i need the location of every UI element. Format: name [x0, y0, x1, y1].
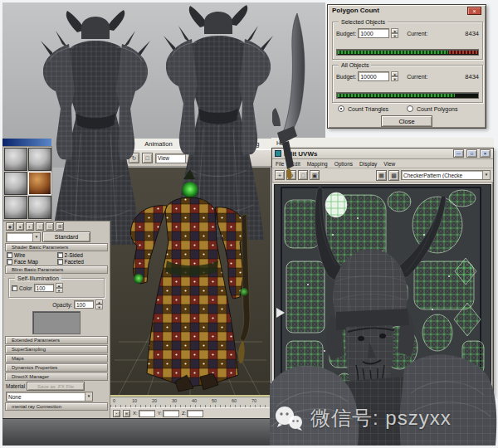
all-objects-group: All Objects Budget: ▲▼ Current: 8434	[332, 65, 483, 103]
watermark: 微信号: pszyxx	[274, 405, 452, 431]
save-fx-button[interactable]: Save as .FX File	[27, 382, 85, 391]
material-slot[interactable]	[4, 148, 27, 171]
show-map-icon[interactable]: ◐	[26, 222, 34, 231]
rollout-mental-ray-connection[interactable]: mental ray Connection	[5, 402, 108, 411]
material-save-row: Material Save as .FX File	[6, 382, 107, 391]
material-toolbar: ◉ ● ◐ ○ □ ⊞	[6, 222, 107, 231]
material-slot[interactable]	[28, 196, 51, 219]
dialog-close-button[interactable]: Close	[381, 115, 432, 127]
y-input[interactable]	[163, 410, 179, 417]
rollout-supersampling[interactable]: SuperSampling	[5, 345, 108, 353]
all-budget-bar	[336, 92, 479, 99]
x-input[interactable]	[139, 410, 155, 417]
y-coordinate-field[interactable]: Y:	[158, 410, 179, 417]
all-current-value: 8434	[465, 73, 479, 80]
face-map-checkbox-row[interactable]: Face Map	[7, 259, 56, 265]
texture-preview-swatch[interactable]	[32, 311, 81, 334]
opacity-label: Opacity:	[52, 302, 72, 308]
material-name-dropdown[interactable]: ▼	[6, 232, 41, 242]
all-objects-label: All Objects	[339, 61, 371, 69]
minimize-button[interactable]: —	[453, 149, 464, 158]
material-slot-selected[interactable]	[28, 172, 51, 195]
polygon-count-title: Polygon Count	[332, 7, 467, 14]
watermark-text: 微信号: pszyxx	[310, 405, 452, 431]
go-parent-icon[interactable]: □	[46, 222, 54, 231]
chevron-down-icon[interactable]: ▼	[85, 392, 92, 401]
opacity-row: Opacity: ▲▼	[6, 299, 103, 309]
screenshot-root: Material Editor Character reactor Animat…	[0, 0, 498, 448]
selected-budget-bar	[336, 49, 479, 56]
rollout-blinn-basic-parameters[interactable]: Blinn Basic Parameters	[5, 265, 108, 274]
two-sided-checkbox-row[interactable]: 2-Sided	[57, 252, 107, 258]
selected-budget-input[interactable]	[358, 28, 389, 38]
count-mode-row: Count Triangles Count Polygons	[338, 105, 479, 112]
shader-flags: Wire 2-Sided Face Map Faceted	[7, 252, 106, 265]
current-label: Current:	[407, 74, 427, 80]
rollout-extended-parameters[interactable]: Extended Parameters	[5, 336, 108, 344]
count-triangles-radio[interactable]	[338, 105, 344, 112]
count-polygons-label: Count Polygons	[417, 106, 457, 112]
wire-checkbox-row[interactable]: Wire	[7, 252, 56, 258]
material-label: Material	[6, 383, 25, 389]
budget-label: Budget:	[336, 31, 356, 37]
coordinate-status-bar: ▪ ⊞ X: Y: Z:	[110, 407, 271, 418]
close-button[interactable]: ×	[480, 149, 491, 158]
x-coordinate-field[interactable]: X:	[133, 410, 155, 417]
show-end-result-icon[interactable]: ○	[36, 222, 44, 231]
rollout-maps[interactable]: Maps	[5, 354, 108, 363]
material-sample-slots	[2, 146, 52, 221]
wechat-icon	[274, 405, 304, 431]
material-slot[interactable]	[4, 172, 27, 195]
z-input[interactable]	[187, 410, 203, 417]
self-illumination-label: Self-Illumination	[15, 275, 61, 282]
all-budget-input[interactable]	[358, 71, 389, 81]
uvw-menu-options[interactable]: Options	[331, 161, 356, 167]
all-budget-spinner[interactable]: ▲▼	[391, 71, 398, 81]
selected-budget-spinner[interactable]: ▲▼	[391, 28, 398, 38]
glowing-head	[182, 182, 198, 198]
color-checkbox[interactable]	[12, 285, 17, 291]
opacity-spinner[interactable]: ▲▼	[95, 299, 103, 309]
close-icon[interactable]: ×	[467, 7, 481, 15]
material-type-row: ▼ Standard	[6, 231, 107, 242]
self-illumination-group: Self-Illumination Color ▲▼	[8, 278, 105, 298]
material-type-button[interactable]: Standard	[42, 231, 90, 242]
two-sided-checkbox[interactable]	[57, 252, 63, 258]
material-slot[interactable]	[4, 196, 27, 219]
connection-row: None ▼	[6, 392, 107, 402]
time-slider[interactable]: 0 10 20 30 40 50 60 70	[110, 397, 271, 407]
polygon-count-dialog: Polygon Count × Selected Objects Budget:…	[327, 4, 486, 129]
faceted-checkbox[interactable]	[57, 259, 63, 265]
wire-checkbox[interactable]	[7, 252, 12, 258]
assign-material-icon[interactable]: ●	[16, 222, 24, 231]
rollout-shader-basic-parameters[interactable]: Shader Basic Parameters	[5, 243, 108, 251]
connection-dropdown[interactable]: None ▼	[6, 392, 93, 402]
uvw-menu-view[interactable]: View	[380, 161, 398, 167]
face-map-checkbox[interactable]	[7, 259, 12, 265]
absolute-mode-icon[interactable]: ⊞	[123, 410, 130, 417]
chevron-down-icon[interactable]: ▼	[32, 233, 40, 241]
uvw-menu-display[interactable]: Display	[356, 161, 380, 167]
self-illumination-spinner[interactable]: ▲▼	[56, 283, 63, 293]
left-horn	[315, 187, 341, 281]
rollout-directx-manager[interactable]: DirectX Manager	[5, 373, 108, 381]
character-body	[131, 169, 250, 392]
faceted-checkbox-row[interactable]: Faceted	[57, 259, 107, 265]
textured-character-model	[110, 168, 271, 395]
opacity-input[interactable]	[74, 300, 94, 309]
selected-objects-group: Selected Objects Budget: ▲▼ Current: 843…	[332, 22, 483, 60]
material-editor-panel: ◉ ● ◐ ○ □ ⊞ ▼ Standard Shader Basic Para…	[2, 221, 110, 420]
z-coordinate-field[interactable]: Z:	[182, 410, 203, 417]
current-label: Current:	[407, 31, 427, 37]
lock-selection-icon[interactable]: ▪	[113, 410, 120, 417]
budget-label: Budget:	[336, 74, 356, 80]
sample-type-icon[interactable]: ⊞	[56, 222, 64, 231]
polygon-count-titlebar[interactable]: Polygon Count ×	[328, 5, 486, 16]
rollout-dynamics-properties[interactable]: Dynamics Properties	[5, 363, 108, 372]
self-illumination-input[interactable]	[34, 284, 54, 292]
selected-objects-label: Selected Objects	[339, 18, 388, 26]
count-polygons-radio[interactable]	[407, 105, 413, 112]
maximize-button[interactable]: □	[466, 149, 477, 158]
get-material-icon[interactable]: ◉	[6, 222, 14, 231]
material-slot[interactable]	[28, 148, 51, 171]
